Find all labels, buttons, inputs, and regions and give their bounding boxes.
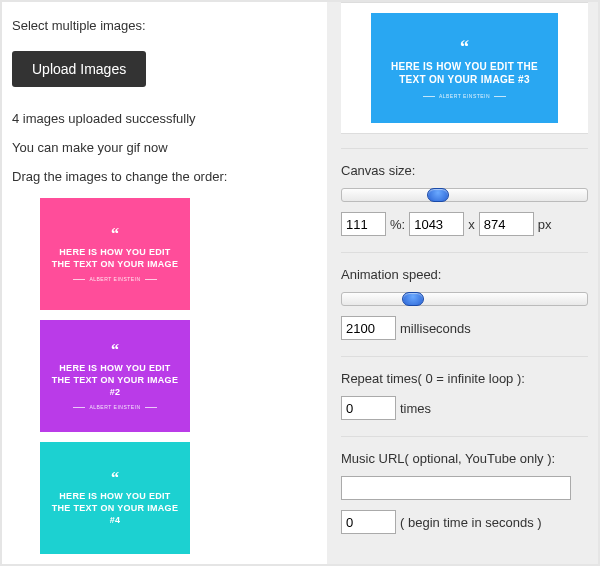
canvas-size-section: Canvas size: %: x px — [341, 148, 588, 252]
upload-success-msg: 4 images uploaded successfully — [12, 111, 317, 126]
music-begin-time-input[interactable] — [341, 510, 396, 534]
left-panel: Select multiple images: Upload Images 4 … — [2, 2, 327, 564]
canvas-size-label: Canvas size: — [341, 163, 588, 178]
canvas-height-input[interactable] — [479, 212, 534, 236]
animation-speed-section: Animation speed: milliseconds — [341, 252, 588, 356]
canvas-width-input[interactable] — [409, 212, 464, 236]
animation-speed-input[interactable] — [341, 316, 396, 340]
begin-time-label: ( begin time in seconds ) — [400, 515, 542, 530]
thumbnail-content: “ HERE IS HOW YOU EDIT THE TEXT ON YOUR … — [51, 342, 179, 410]
repeat-times-input[interactable] — [341, 396, 396, 420]
quote-icon: “ — [51, 226, 179, 242]
thumbnail-content: “ HERE IS HOW YOU EDIT THE TEXT ON YOUR … — [51, 470, 179, 526]
repeat-label: Repeat times( 0 = infinite loop ): — [341, 371, 588, 386]
quote-icon: “ — [51, 470, 179, 486]
thumbnail-text: HERE IS HOW YOU EDIT THE TEXT ON YOUR IM… — [51, 362, 179, 398]
thumbnail-item[interactable]: “ HERE IS HOW YOU EDIT THE TEXT ON YOUR … — [40, 442, 190, 554]
preview-content: “ HERE IS HOW YOU EDIT THE TEXT ON YOUR … — [390, 38, 540, 99]
drag-instruction: Drag the images to change the order: — [12, 169, 317, 184]
canvas-percent-input[interactable] — [341, 212, 386, 236]
px-label: px — [538, 217, 552, 232]
dim-separator: x — [468, 217, 475, 232]
animation-speed-label: Animation speed: — [341, 267, 588, 282]
animation-speed-slider[interactable] — [341, 292, 588, 306]
music-url-input[interactable] — [341, 476, 571, 500]
thumbnail-text: HERE IS HOW YOU EDIT THE TEXT ON YOUR IM… — [51, 246, 179, 270]
thumbnail-item[interactable]: “ HERE IS HOW YOU EDIT THE TEXT ON YOUR … — [40, 198, 190, 310]
thumbnail-content: “ HERE IS HOW YOU EDIT THE TEXT ON YOUR … — [51, 226, 179, 282]
music-url-label: Music URL( optional, YouTube only ): — [341, 451, 588, 466]
ready-msg: You can make your gif now — [12, 140, 317, 155]
repeat-section: Repeat times( 0 = infinite loop ): times — [341, 356, 588, 436]
settings-panel: “ HERE IS HOW YOU EDIT THE TEXT ON YOUR … — [327, 2, 598, 564]
thumbnail-attribution: ALBERT EINSTEIN — [51, 404, 179, 410]
milliseconds-label: milliseconds — [400, 321, 471, 336]
thumbnail-text: HERE IS HOW YOU EDIT THE TEXT ON YOUR IM… — [51, 490, 179, 526]
slider-thumb[interactable] — [427, 188, 449, 202]
preview-box: “ HERE IS HOW YOU EDIT THE TEXT ON YOUR … — [341, 2, 588, 134]
canvas-size-slider[interactable] — [341, 188, 588, 202]
select-images-label: Select multiple images: — [12, 18, 317, 33]
preview-image: “ HERE IS HOW YOU EDIT THE TEXT ON YOUR … — [371, 13, 558, 123]
slider-thumb[interactable] — [402, 292, 424, 306]
thumbnail-list: “ HERE IS HOW YOU EDIT THE TEXT ON YOUR … — [12, 198, 317, 554]
preview-attribution: ALBERT EINSTEIN — [390, 93, 540, 99]
times-label: times — [400, 401, 431, 416]
preview-text: HERE IS HOW YOU EDIT THE TEXT ON YOUR IM… — [390, 60, 540, 87]
percent-suffix: %: — [390, 217, 405, 232]
quote-icon: “ — [390, 38, 540, 56]
music-section: Music URL( optional, YouTube only ): ( b… — [341, 436, 588, 550]
upload-images-button[interactable]: Upload Images — [12, 51, 146, 87]
thumbnail-attribution: ALBERT EINSTEIN — [51, 276, 179, 282]
thumbnail-item[interactable]: “ HERE IS HOW YOU EDIT THE TEXT ON YOUR … — [40, 320, 190, 432]
quote-icon: “ — [51, 342, 179, 358]
